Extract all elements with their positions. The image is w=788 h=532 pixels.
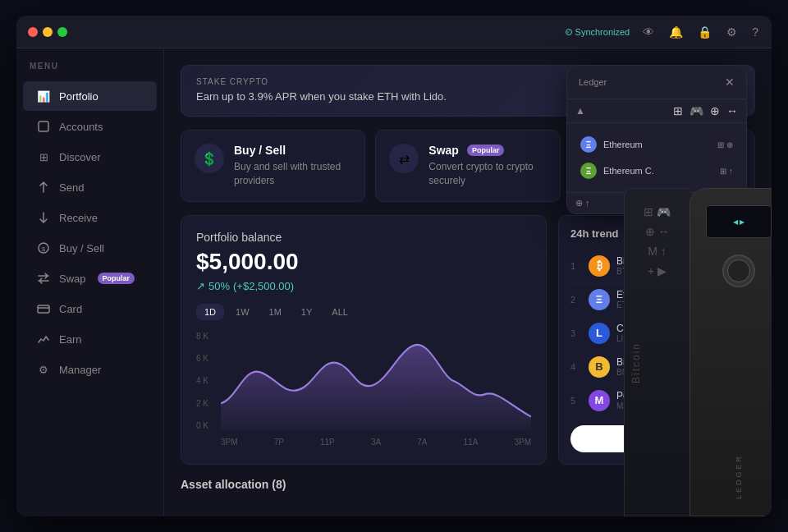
sidebar-item-earn[interactable]: Earn (23, 324, 157, 354)
portfolio-chart-panel: Portfolio balance $5,000.00 ↗ 50% (+$2,5… (181, 215, 547, 465)
btc-icon: ₿ (589, 255, 610, 277)
time-btn-1y[interactable]: 1Y (293, 304, 320, 320)
matic-icon: M (589, 390, 610, 411)
sidebar-item-buysell[interactable]: $ Buy / Sell (23, 233, 157, 263)
sidebar-item-manager[interactable]: ⚙ Manager (23, 355, 157, 384)
swap-card-badge: Popular (467, 144, 505, 156)
popup-item-eth[interactable]: Ξ Ethereum ⊞ ⊕ (575, 131, 738, 158)
popup-etc-label: Ethereum C. (603, 166, 654, 176)
link-icon: L (589, 323, 610, 344)
popup-nav-icons: ⊞ 🎮 ⊕ ↔ (673, 104, 738, 117)
portfolio-title: Portfolio balance (196, 231, 531, 244)
help-icon[interactable]: ? (750, 24, 760, 40)
chart-svg (221, 332, 531, 430)
ledger-label-container: LEDGER (690, 454, 772, 499)
popup-footer-left: ⊕ ↑ (575, 198, 590, 209)
lock-icon[interactable]: 🔒 (696, 24, 713, 40)
title-bar: Synchronized 👁 🔔 🔒 ⚙ ? (16, 16, 772, 48)
buysell-card-icon: 💲 (195, 144, 224, 173)
popup-close-button[interactable]: ✕ (725, 76, 735, 89)
swap-card-desc: Convert crypto to crypto securely (428, 160, 546, 188)
change-amount: (+$2,500.00) (233, 280, 294, 292)
popup-eth-icon: Ξ (580, 136, 597, 153)
swap-card[interactable]: ⇄ Swap Popular Convert crypto to crypto … (375, 130, 560, 202)
ledger-screen-text: ◀ ▶ (733, 218, 744, 226)
sidebar-label-manager: Manager (59, 364, 101, 376)
discover-icon: ⊞ (36, 149, 51, 164)
earn-icon (36, 332, 51, 346)
sidebar-label-card: Card (59, 303, 82, 315)
sidebar-item-portfolio[interactable]: 📊 Portfolio (23, 81, 157, 111)
chart-labels-x: 3PM 7P 11P 3A 7A 11A 3PM (221, 438, 531, 447)
buysell-card[interactable]: 💲 Buy / Sell Buy and sell with trusted p… (181, 130, 365, 202)
time-btn-1d[interactable]: 1D (196, 304, 224, 320)
swap-card-title: Swap Popular (428, 144, 546, 157)
popup-item-etc[interactable]: Ξ Ethereum C. ⊞ ↑ (575, 158, 738, 184)
bnb-icon: B (589, 356, 610, 378)
svg-text:$: $ (42, 245, 46, 253)
swap-card-info: Swap Popular Convert crypto to crypto se… (428, 144, 546, 188)
popup-icon-3[interactable]: ⊕ (710, 104, 720, 117)
send-icon (36, 180, 51, 195)
ledger-side-icon-3: ⊕ (645, 225, 655, 238)
sidebar-item-send[interactable]: Send (23, 172, 157, 202)
menu-label: MENU (16, 62, 163, 80)
svg-rect-3 (38, 305, 49, 313)
time-btn-all[interactable]: ALL (323, 304, 356, 320)
sync-icon (566, 29, 572, 35)
eth-icon: Ξ (589, 289, 610, 310)
bitcoin-rotated-text: Bitcoin (630, 342, 642, 383)
swap-icon (36, 271, 51, 286)
time-btn-1m[interactable]: 1M (261, 304, 290, 320)
popup-eth-apps: ⊞ ⊕ (717, 140, 733, 149)
minimize-button[interactable] (43, 27, 53, 37)
sidebar-label-portfolio: Portfolio (59, 90, 98, 103)
ledger-brand-label: LEDGER (735, 454, 743, 499)
sidebar-item-accounts[interactable]: Accounts (23, 112, 157, 141)
swap-card-icon: ⇄ (389, 144, 419, 173)
chart-labels-y: 8 K 6 K 4 K 2 K 0 K (196, 332, 221, 430)
trend-rank-4: 4 (570, 362, 582, 372)
trend-rank-5: 5 (570, 396, 582, 406)
popup-etc-icon: Ξ (580, 163, 597, 179)
popup-icon-2[interactable]: 🎮 (690, 104, 703, 117)
traffic-lights (28, 27, 67, 37)
ledger-device: ◀ ▶ LEDGER (690, 188, 772, 516)
ledger-inner-circle (727, 259, 750, 282)
change-arrow: ↗ (196, 280, 205, 292)
ledger-side-icon-8: ▶ (657, 264, 667, 277)
ledger-side-icons-top: ⊞ 🎮 (631, 205, 683, 218)
portfolio-change: ↗ 50% (+$2,500.00) (196, 280, 531, 292)
sidebar-item-discover[interactable]: ⊞ Discover (23, 142, 157, 172)
popup-nav-up[interactable]: ▲ (575, 105, 585, 117)
popup-header: Ledger ✕ (567, 66, 746, 99)
popup-icon-1[interactable]: ⊞ (673, 104, 683, 117)
maximize-button[interactable] (57, 27, 67, 37)
bell-icon[interactable]: 🔔 (667, 24, 685, 40)
sidebar: MENU 📊 Portfolio Accounts ⊞ Discover (16, 48, 164, 516)
time-btn-1w[interactable]: 1W (227, 304, 258, 320)
gear-icon[interactable]: ⚙ (725, 24, 739, 40)
svg-rect-0 (39, 122, 48, 131)
sidebar-label-discover: Discover (59, 151, 101, 163)
chart-area: 8 K 6 K 4 K 2 K 0 K (196, 332, 531, 447)
eye-icon[interactable]: 👁 (641, 24, 656, 40)
change-percent: 50% (208, 280, 230, 292)
sync-label: Synchronized (575, 27, 630, 37)
sidebar-label-send: Send (59, 181, 84, 194)
sidebar-item-card[interactable]: Card (23, 294, 157, 323)
sidebar-label-receive: Receive (59, 212, 98, 224)
buysell-card-desc: Buy and sell with trusted providers (234, 160, 351, 188)
sidebar-item-receive[interactable]: Receive (23, 203, 157, 232)
ledger-button[interactable] (722, 255, 755, 287)
ledger-screen: ◀ ▶ (706, 205, 772, 238)
card-icon (36, 301, 51, 316)
close-button[interactable] (28, 27, 38, 37)
ledger-side-icons-4: + ▶ (631, 264, 683, 277)
popup-scroll: Ξ Ethereum ⊞ ⊕ Ξ Ethereum C. ⊞ ↑ (567, 123, 746, 192)
ledger-side-icon-5: M (648, 245, 657, 258)
sidebar-item-swap[interactable]: Swap Popular (23, 264, 157, 293)
ledger-side-icon-1: ⊞ (644, 205, 653, 218)
ledger-side-icon-6: ↑ (661, 245, 667, 258)
popup-icon-4[interactable]: ↔ (726, 104, 738, 117)
